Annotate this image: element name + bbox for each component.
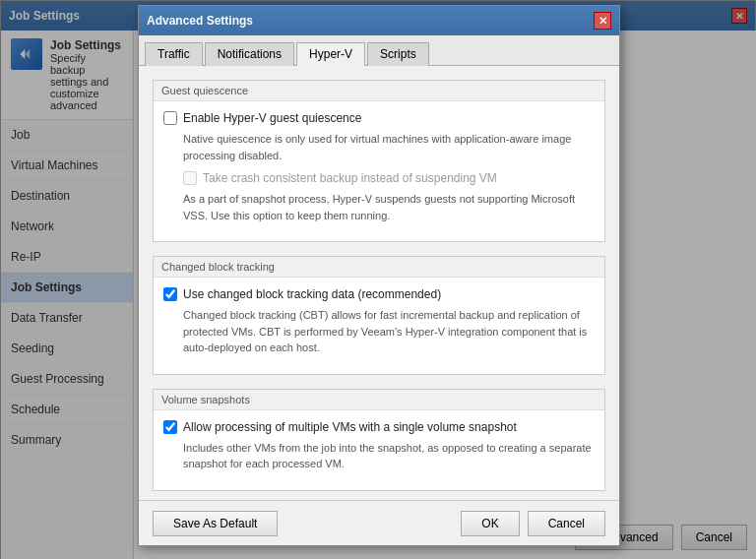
enable-quiescence-label[interactable]: Enable Hyper-V guest quiescence [183,111,361,125]
save-as-default-button[interactable]: Save As Default [153,511,278,536]
allow-multiple-label[interactable]: Allow processing of multiple VMs with a … [183,420,517,434]
crash-consistent-label[interactable]: Take crash consistent backup instead of … [203,171,497,185]
tab-scripts[interactable]: Scripts [367,42,429,66]
volume-snapshots-description: Includes other VMs from the job into the… [183,440,595,472]
use-cbt-label[interactable]: Use changed block tracking data (recomme… [183,287,441,301]
allow-multiple-checkbox[interactable] [163,420,177,434]
use-cbt-checkbox[interactable] [163,287,177,301]
quiescence-description2: As a part of snapshot process, Hyper-V s… [183,191,595,223]
guest-quiescence-title: Guest quiescence [154,81,604,101]
modal-close-button[interactable]: ✕ [594,12,611,30]
ok-button[interactable]: OK [461,511,519,536]
cancel-button[interactable]: Cancel [528,511,605,536]
volume-snapshots-title: Volume snapshots [154,390,604,410]
modal-footer-right-buttons: OK Cancel [461,511,605,536]
modal-titlebar: Advanced Settings ✕ [139,6,619,35]
advanced-settings-dialog: Advanced Settings ✕ Traffic Notification… [138,5,620,546]
cbt-section: Changed block tracking Use changed block… [153,256,605,375]
cbt-description: Changed block tracking (CBT) allows for … [183,307,595,356]
cbt-section-title: Changed block tracking [154,257,604,278]
modal-footer: Save As Default OK Cancel [139,500,619,545]
tab-notifications[interactable]: Notifications [205,42,294,66]
enable-quiescence-checkbox[interactable] [163,111,177,125]
guest-quiescence-body: Enable Hyper-V guest quiescence Native q… [154,101,604,241]
allow-multiple-row: Allow processing of multiple VMs with a … [163,420,595,434]
modal-body: Guest quiescence Enable Hyper-V guest qu… [139,66,619,507]
quiescence-description1: Native quiescence is only used for virtu… [183,131,595,163]
modal-tabs: Traffic Notifications Hyper-V Scripts [139,35,619,66]
crash-consistent-row: Take crash consistent backup instead of … [183,171,595,185]
use-cbt-row: Use changed block tracking data (recomme… [163,287,595,301]
volume-snapshots-section: Volume snapshots Allow processing of mul… [153,389,605,491]
guest-quiescence-section: Guest quiescence Enable Hyper-V guest qu… [153,80,605,242]
modal-title: Advanced Settings [147,14,253,28]
crash-consistent-checkbox[interactable] [183,171,197,185]
enable-quiescence-row: Enable Hyper-V guest quiescence [163,111,595,125]
tab-hyper-v[interactable]: Hyper-V [296,42,365,66]
volume-snapshots-body: Allow processing of multiple VMs with a … [154,410,604,490]
tab-traffic[interactable]: Traffic [145,42,203,66]
cbt-body: Use changed block tracking data (recomme… [154,278,604,374]
